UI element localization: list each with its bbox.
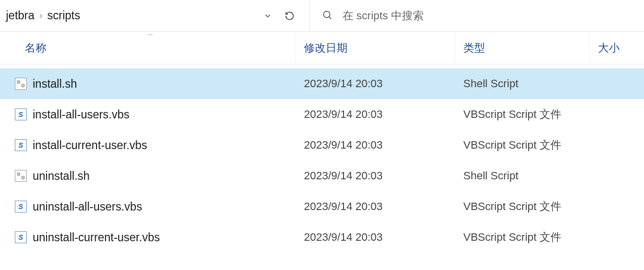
file-row[interactable]: install-all-users.vbs2023/9/14 20:03VBSc… bbox=[0, 99, 644, 130]
column-header-label: 类型 bbox=[463, 41, 485, 55]
file-type: VBScript Script 文件 bbox=[455, 138, 644, 153]
file-date: 2023/9/14 20:03 bbox=[296, 200, 455, 213]
column-header-size[interactable]: 大小 bbox=[590, 32, 644, 64]
column-header-name[interactable]: 名称 ︿ bbox=[0, 32, 296, 64]
file-type: VBScript Script 文件 bbox=[455, 199, 644, 214]
file-date: 2023/9/14 20:03 bbox=[296, 169, 455, 182]
breadcrumb: jetbra › scripts bbox=[6, 9, 262, 22]
toolbar: jetbra › scripts bbox=[0, 0, 644, 32]
file-row[interactable]: uninstall.sh2023/9/14 20:03Shell Script bbox=[0, 161, 644, 191]
file-name: uninstall-current-user.vbs bbox=[33, 231, 296, 244]
file-type: Shell Script bbox=[455, 77, 644, 90]
file-name: uninstall-all-users.vbs bbox=[33, 200, 296, 214]
address-bar[interactable]: jetbra › scripts bbox=[0, 0, 310, 31]
file-date: 2023/9/14 20:03 bbox=[296, 231, 455, 244]
file-row[interactable]: uninstall-current-user.vbs2023/9/14 20:0… bbox=[0, 222, 644, 253]
file-name: install-all-users.vbs bbox=[33, 108, 296, 121]
refresh-button[interactable] bbox=[284, 10, 296, 22]
svg-point-0 bbox=[324, 11, 330, 17]
column-header-type[interactable]: 类型 bbox=[455, 32, 590, 64]
file-name: uninstall.sh bbox=[33, 169, 296, 183]
file-type: Shell Script bbox=[455, 169, 644, 182]
file-row[interactable]: install.sh2023/9/14 20:03Shell Script bbox=[0, 68, 644, 99]
file-name: install.sh bbox=[33, 77, 296, 91]
history-dropdown-button[interactable] bbox=[262, 10, 274, 22]
search-icon bbox=[322, 9, 333, 22]
file-date: 2023/9/14 20:03 bbox=[296, 108, 455, 121]
column-headers: 名称 ︿ 修改日期 类型 大小 bbox=[0, 32, 644, 64]
file-list: install.sh2023/9/14 20:03Shell Scriptins… bbox=[0, 64, 644, 253]
vbscript-icon bbox=[15, 108, 27, 120]
file-type: VBScript Script 文件 bbox=[455, 107, 644, 122]
breadcrumb-part[interactable]: scripts bbox=[48, 9, 80, 22]
file-date: 2023/9/14 20:03 bbox=[296, 77, 455, 90]
breadcrumb-part[interactable]: jetbra bbox=[6, 9, 35, 22]
toolbar-actions bbox=[262, 10, 305, 22]
vbscript-icon bbox=[15, 201, 27, 213]
file-row[interactable]: uninstall-all-users.vbs2023/9/14 20:03VB… bbox=[0, 191, 644, 222]
chevron-right-icon: › bbox=[40, 10, 43, 21]
column-header-label: 大小 bbox=[598, 41, 620, 55]
file-name: install-current-user.vbs bbox=[33, 139, 296, 152]
column-header-label: 名称 bbox=[25, 41, 47, 55]
vbscript-icon bbox=[15, 231, 27, 243]
sort-ascending-icon: ︿ bbox=[148, 30, 153, 38]
shell-script-icon bbox=[15, 78, 27, 90]
vbscript-icon bbox=[15, 139, 27, 151]
search-input[interactable] bbox=[343, 9, 644, 22]
shell-script-icon bbox=[15, 170, 27, 182]
search-section[interactable] bbox=[310, 0, 644, 31]
file-row[interactable]: install-current-user.vbs2023/9/14 20:03V… bbox=[0, 130, 644, 161]
svg-line-1 bbox=[329, 16, 332, 19]
column-header-date[interactable]: 修改日期 bbox=[296, 32, 455, 64]
file-date: 2023/9/14 20:03 bbox=[296, 139, 455, 152]
column-header-label: 修改日期 bbox=[304, 41, 347, 55]
file-type: VBScript Script 文件 bbox=[455, 230, 644, 245]
